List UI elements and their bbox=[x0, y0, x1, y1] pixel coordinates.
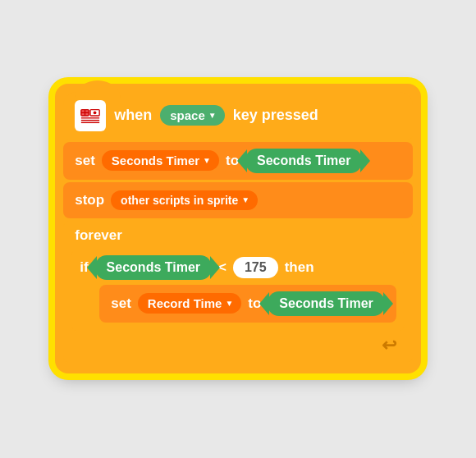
var-arrow-icon-1: ▼ bbox=[203, 156, 211, 165]
forever-block: forever if Seconds Timer < 175 then bbox=[63, 221, 413, 363]
then-label: then bbox=[285, 259, 314, 276]
if-block: if Seconds Timer < 175 then set bbox=[71, 249, 405, 332]
stop-label: stop bbox=[75, 192, 104, 208]
seconds-timer-value-1: Seconds Timer bbox=[257, 153, 350, 168]
var-dropdown-1[interactable]: Seconds Timer ▼ bbox=[102, 150, 219, 171]
var-label-1: Seconds Timer bbox=[112, 153, 199, 167]
stop-arrow-icon: ▼ bbox=[241, 195, 249, 204]
seconds-timer-reporter-1: Seconds Timer bbox=[245, 149, 362, 173]
number-input[interactable]: 175 bbox=[233, 257, 278, 278]
forever-label: forever bbox=[71, 227, 405, 244]
seconds-timer-value-3: Seconds Timer bbox=[279, 296, 373, 311]
set-label-2: set bbox=[111, 295, 131, 312]
loop-arrow: ↩ bbox=[71, 335, 405, 356]
set-block-1: set Seconds Timer ▼ to Seconds Timer bbox=[63, 142, 413, 180]
set-label-1: set bbox=[75, 153, 95, 169]
seconds-timer-reporter-2: Seconds Timer bbox=[95, 255, 212, 280]
event-icon bbox=[75, 100, 106, 131]
seconds-timer-reporter-3: Seconds Timer bbox=[268, 291, 384, 316]
block-stack: when space ▼ key pressed set Seconds Tim… bbox=[55, 84, 421, 373]
stop-block: stop other scripts in sprite ▼ bbox=[63, 182, 413, 218]
stop-dropdown-label: other scripts in sprite bbox=[121, 194, 238, 207]
dropdown-arrow-icon: ▼ bbox=[208, 111, 217, 120]
number-value: 175 bbox=[245, 260, 267, 275]
scratch-block-stack: when space ▼ key pressed set Seconds Tim… bbox=[39, 69, 437, 390]
svg-point-4 bbox=[94, 111, 97, 114]
loop-arrow-icon: ↩ bbox=[382, 335, 396, 356]
key-dropdown[interactable]: space ▼ bbox=[160, 105, 224, 126]
var-label-2: Record Time bbox=[148, 296, 222, 310]
key-label: space bbox=[170, 108, 205, 122]
seconds-timer-value-2: Seconds Timer bbox=[107, 260, 200, 275]
pressed-label: key pressed bbox=[233, 107, 318, 124]
if-header: if Seconds Timer < 175 then bbox=[80, 255, 396, 280]
var-arrow-icon-2: ▼ bbox=[225, 299, 233, 308]
when-label: when bbox=[114, 107, 152, 124]
set-block-2: set Record Time ▼ to Seconds Timer bbox=[99, 285, 396, 323]
if-inner: set Record Time ▼ to Seconds Timer bbox=[99, 285, 396, 325]
var-dropdown-2[interactable]: Record Time ▼ bbox=[138, 293, 242, 314]
stop-dropdown[interactable]: other scripts in sprite ▼ bbox=[111, 190, 258, 210]
